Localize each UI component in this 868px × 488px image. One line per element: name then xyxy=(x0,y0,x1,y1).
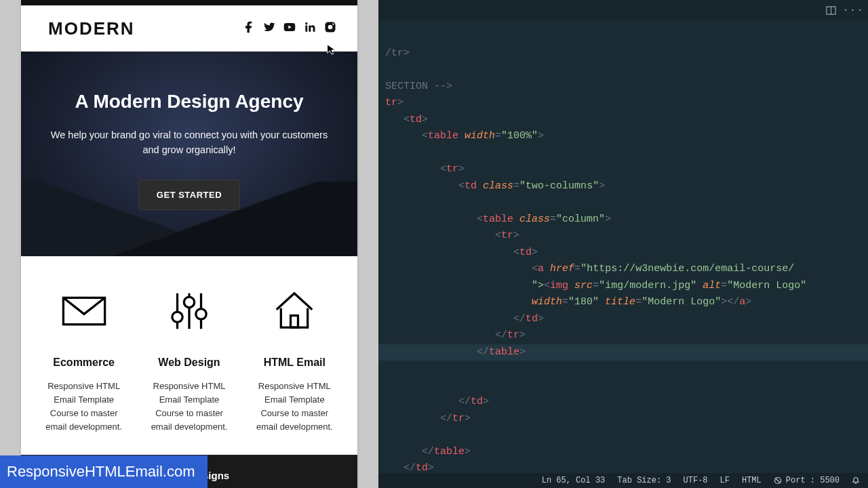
svg-point-2 xyxy=(332,23,334,24)
code-area[interactable]: /tr> SECTION --> tr> <td> <table width="… xyxy=(378,20,868,473)
mail-icon xyxy=(40,285,127,338)
facebook-icon[interactable] xyxy=(242,20,256,37)
code-comment: SECTION --> xyxy=(385,81,452,92)
get-started-button[interactable]: GET STARTED xyxy=(138,180,240,210)
video-watermark: ResponsiveHTMLEmail.com xyxy=(0,455,208,488)
svg-rect-10 xyxy=(291,316,298,328)
svg-point-8 xyxy=(184,297,194,307)
email-top-stripe xyxy=(21,0,357,5)
feature-htmlemail: HTML Email Responsive HTML Email Templat… xyxy=(245,285,344,434)
hero-title: A Modern Design Agency xyxy=(21,91,357,113)
hero-section: A Modern Design Agency We help your bran… xyxy=(21,52,357,256)
twitter-icon[interactable] xyxy=(262,20,276,37)
notifications-icon[interactable] xyxy=(852,476,860,485)
email-template: MODERN A Modern Design Agency We help yo… xyxy=(21,0,357,488)
svg-line-14 xyxy=(775,478,781,483)
social-icon-row xyxy=(242,20,337,37)
code-editor-pane[interactable]: ··· /tr> SECTION --> tr> <td> <table wid… xyxy=(378,0,868,488)
linkedin-icon[interactable] xyxy=(303,20,317,37)
code-tag: tr xyxy=(385,97,397,108)
house-icon xyxy=(251,285,338,338)
status-encoding[interactable]: UTF-8 xyxy=(684,476,708,485)
editor-statusbar: Ln 65, Col 33 Tab Size: 3 UTF-8 LF HTML … xyxy=(378,473,868,488)
feature-ecommerce: Ecommerce Responsive HTML Email Template… xyxy=(35,285,133,434)
more-icon[interactable]: ··· xyxy=(848,5,859,16)
mouse-cursor xyxy=(326,43,338,56)
browser-preview-pane: MODERN A Modern Design Agency We help yo… xyxy=(0,0,378,488)
status-port[interactable]: Port : 5500 xyxy=(774,476,840,485)
feature-webdesign: Web Design Responsive HTML Email Templat… xyxy=(140,285,238,434)
feature-title: HTML Email xyxy=(251,357,338,369)
status-language[interactable]: HTML xyxy=(742,476,762,485)
svg-point-9 xyxy=(196,309,206,319)
feature-body: Responsive HTML Email Template Course to… xyxy=(251,380,338,434)
email-header-row: MODERN xyxy=(21,5,357,52)
status-tabsize[interactable]: Tab Size: 3 xyxy=(617,476,671,485)
features-row: Ecommerce Responsive HTML Email Template… xyxy=(21,256,357,455)
svg-point-1 xyxy=(328,25,333,30)
instagram-icon[interactable] xyxy=(323,20,337,37)
feature-title: Web Design xyxy=(145,357,233,369)
code-text: /tr> xyxy=(385,47,410,59)
sliders-icon xyxy=(145,285,233,338)
split-layout-icon[interactable] xyxy=(826,5,836,16)
hero-subtitle: We help your brand go viral to connect y… xyxy=(47,127,332,158)
youtube-icon[interactable] xyxy=(283,20,296,37)
feature-title: Ecommerce xyxy=(40,357,127,369)
status-eol[interactable]: LF xyxy=(720,476,730,485)
svg-point-7 xyxy=(172,312,182,322)
status-position[interactable]: Ln 65, Col 33 xyxy=(542,476,606,485)
feature-body: Responsive HTML Email Template Course to… xyxy=(145,380,233,434)
feature-body: Responsive HTML Email Template Course to… xyxy=(40,380,127,434)
editor-titlebar: ··· xyxy=(378,0,868,20)
logo-text[interactable]: MODERN xyxy=(48,18,135,39)
